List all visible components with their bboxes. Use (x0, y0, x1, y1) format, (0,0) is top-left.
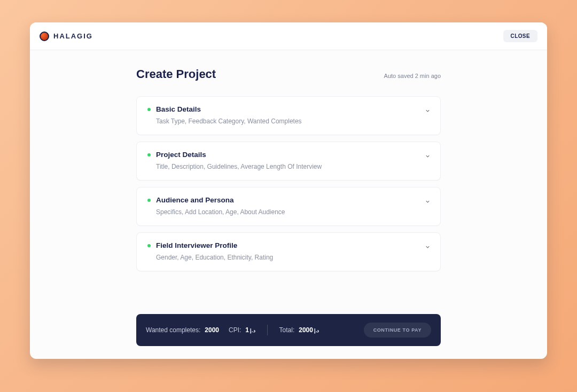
status-dot-icon (147, 153, 151, 156)
total-value: 2000د.إ (299, 326, 319, 334)
section-subtitle: Title, Description, Guidelines, Average … (147, 163, 430, 170)
app-window: HALAGIG CLOSE Create Project Auto saved … (30, 22, 547, 359)
section-subtitle: Task Type, Feedback Category, Wanted Com… (147, 117, 430, 125)
section-field-interviewer[interactable]: Field Interviewer Profile Gender, Age, E… (136, 232, 441, 271)
sections-list: Basic Details Task Type, Feedback Catego… (136, 96, 441, 271)
topbar: HALAGIG CLOSE (30, 22, 547, 50)
chevron-down-icon (425, 197, 431, 207)
summary-bar: Wanted completes: 2000 CPI: 1د.إ Total: … (136, 314, 441, 346)
content-area: Create Project Auto saved 2 min ago Basi… (30, 50, 547, 359)
chevron-down-icon (425, 106, 431, 116)
status-dot-icon (147, 199, 151, 202)
section-subtitle: Specifics, Add Location, Age, About Audi… (147, 208, 430, 216)
status-dot-icon (147, 108, 151, 111)
cpi-value: 1د.إ (245, 326, 255, 334)
continue-to-pay-button[interactable]: CONTINUE TO PAY (364, 323, 431, 338)
wanted-completes-group: Wanted completes: 2000 (146, 326, 219, 334)
section-project-details[interactable]: Project Details Title, Description, Guid… (136, 142, 441, 181)
chevron-down-icon (425, 152, 431, 161)
cpi-label: CPI: (229, 326, 241, 334)
chevron-down-icon (425, 242, 431, 252)
total-group: Total: 2000د.إ (279, 326, 319, 334)
cpi-group: CPI: 1د.إ (229, 326, 255, 334)
section-title: Audience and Persona (156, 196, 234, 204)
title-row: Create Project Auto saved 2 min ago (136, 67, 441, 81)
section-title: Project Details (156, 151, 206, 159)
total-currency: د.إ (314, 328, 319, 333)
brand: HALAGIG (40, 32, 93, 41)
section-title: Basic Details (156, 105, 201, 113)
wanted-completes-label: Wanted completes: (146, 326, 200, 334)
section-audience-persona[interactable]: Audience and Persona Specifics, Add Loca… (136, 187, 441, 226)
brand-logo-icon (40, 32, 49, 41)
section-title: Field Interviewer Profile (156, 241, 237, 249)
section-basic-details[interactable]: Basic Details Task Type, Feedback Catego… (136, 96, 441, 135)
total-label: Total: (279, 326, 295, 334)
brand-name: HALAGIG (53, 32, 93, 40)
close-button[interactable]: CLOSE (503, 30, 537, 42)
wanted-completes-value: 2000 (205, 326, 219, 334)
autosave-status: Auto saved 2 min ago (384, 73, 441, 79)
status-dot-icon (147, 244, 151, 247)
section-subtitle: Gender, Age, Education, Ethnicity, Ratin… (147, 254, 430, 261)
page-title: Create Project (136, 67, 216, 81)
cpi-currency: د.إ (250, 328, 255, 333)
divider (267, 325, 268, 335)
